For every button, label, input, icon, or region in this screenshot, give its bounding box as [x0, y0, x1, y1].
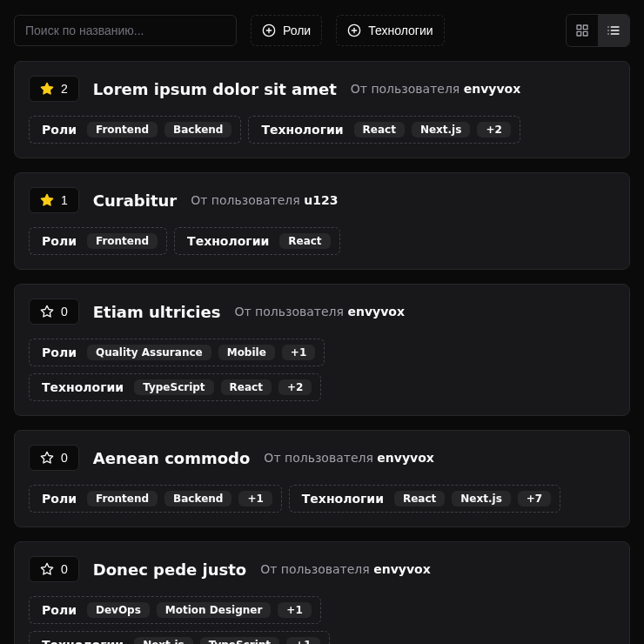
- tech-badge: React: [221, 379, 272, 395]
- tech-badge: Next.js: [452, 491, 510, 506]
- project-title: Etiam ultricies: [93, 303, 221, 321]
- author-text: От пользователя u123: [191, 193, 338, 207]
- star-icon: [40, 193, 54, 207]
- role-badge: Frontend: [87, 122, 158, 138]
- project-title: Curabitur: [93, 191, 177, 210]
- tech-badge: Next.js: [134, 637, 192, 644]
- grid-view-button[interactable]: [567, 15, 598, 46]
- tech-group: ТехнологииNext.jsTypeScript+1: [29, 631, 330, 644]
- author-name: envyvox: [464, 82, 521, 96]
- search-input[interactable]: [14, 15, 237, 46]
- svg-rect-3: [583, 25, 587, 30]
- svg-marker-13: [41, 194, 52, 205]
- star-icon: [40, 562, 54, 576]
- project-title: Lorem ipsum dolor sit amet: [93, 80, 337, 98]
- roles-label: Роли: [38, 234, 80, 248]
- star-icon: [40, 82, 54, 96]
- author-text: От пользователя envyvox: [234, 305, 404, 319]
- roles-label: Роли: [38, 492, 80, 506]
- author-text: От пользователя envyvox: [351, 82, 520, 96]
- tech-more-badge: +2: [477, 122, 510, 138]
- roles-group: РолиQuality AssuranceMobile+1: [29, 339, 325, 366]
- svg-marker-14: [41, 305, 52, 317]
- star-count: 0: [61, 305, 68, 319]
- role-badge: DevOps: [87, 602, 150, 618]
- filter-roles-label: Роли: [283, 23, 311, 37]
- svg-marker-12: [41, 83, 52, 94]
- star-button[interactable]: 0: [29, 299, 79, 325]
- list-icon: [607, 23, 621, 37]
- tech-badge: TypeScript: [200, 637, 279, 644]
- author-name: u123: [304, 193, 338, 207]
- roles-label: Роли: [38, 123, 80, 137]
- roles-group: РолиFrontend: [29, 227, 167, 255]
- author-name: envyvox: [347, 305, 405, 319]
- project-card[interactable]: 0Aenean commodoОт пользователя envyvoxРо…: [14, 430, 630, 527]
- tech-badge: React: [279, 233, 330, 249]
- roles-label: Роли: [38, 345, 80, 359]
- role-more-badge: +1: [238, 491, 272, 506]
- tech-group: ТехнологииReactNext.js+2: [248, 116, 520, 144]
- roles-group: РолиDevOpsMotion Designer+1: [29, 596, 321, 624]
- role-badge: Mobile: [218, 345, 275, 360]
- star-count: 2: [61, 82, 68, 96]
- star-icon: [40, 451, 54, 465]
- star-count: 1: [61, 193, 68, 207]
- plus-circle-icon: [347, 23, 361, 37]
- grid-icon: [575, 23, 589, 37]
- filter-tech-button[interactable]: Технологии: [336, 15, 444, 46]
- plus-circle-icon: [262, 23, 276, 37]
- author-text: От пользователя envyvox: [260, 562, 430, 576]
- role-badge: Quality Assurance: [87, 345, 211, 360]
- filter-tech-label: Технологии: [368, 23, 433, 37]
- view-toggle: [566, 14, 630, 47]
- star-button[interactable]: 1: [29, 187, 79, 213]
- tech-group: ТехнологииTypeScriptReact+2: [29, 373, 321, 401]
- tech-label: Технологии: [258, 123, 346, 137]
- author-text: От пользователя envyvox: [264, 451, 433, 465]
- svg-rect-5: [577, 31, 581, 36]
- star-button[interactable]: 0: [29, 556, 79, 582]
- project-card[interactable]: 2Lorem ipsum dolor sit ametОт пользовате…: [14, 61, 630, 158]
- star-count: 0: [61, 562, 68, 576]
- tech-label: Технологии: [299, 492, 387, 506]
- star-icon: [40, 305, 54, 319]
- tech-label: Технологии: [38, 638, 127, 644]
- project-card[interactable]: 0Etiam ultriciesОт пользователя envyvoxР…: [14, 284, 630, 416]
- tech-badge: React: [394, 491, 445, 506]
- role-badge: Backend: [164, 122, 231, 138]
- svg-marker-16: [41, 563, 52, 574]
- filter-roles-button[interactable]: Роли: [251, 15, 322, 46]
- tech-badge: React: [354, 122, 405, 138]
- tech-label: Технологии: [38, 380, 127, 394]
- project-title: Aenean commodo: [93, 449, 251, 467]
- list-view-button[interactable]: [598, 15, 629, 46]
- project-card[interactable]: 0Donec pede justoОт пользователя envyvox…: [14, 541, 630, 644]
- tech-badge: TypeScript: [134, 379, 213, 395]
- star-button[interactable]: 0: [29, 445, 79, 471]
- roles-group: РолиFrontendBackend+1: [29, 485, 282, 513]
- roles-label: Роли: [38, 603, 80, 617]
- tech-group: ТехнологииReactNext.js+7: [289, 485, 560, 513]
- author-name: envyvox: [377, 451, 434, 465]
- role-badge: Motion Designer: [157, 602, 272, 618]
- svg-marker-15: [41, 452, 52, 463]
- role-more-badge: +1: [278, 602, 311, 618]
- tech-badge: Next.js: [412, 122, 470, 138]
- role-badge: Backend: [164, 491, 231, 506]
- svg-rect-2: [577, 25, 581, 30]
- tech-more-badge: +1: [286, 637, 319, 644]
- project-card[interactable]: 1CurabiturОт пользователя u123РолиFronte…: [14, 172, 630, 270]
- svg-rect-4: [583, 31, 587, 36]
- author-name: envyvox: [373, 562, 431, 576]
- star-button[interactable]: 2: [29, 76, 79, 102]
- role-badge: Frontend: [87, 491, 158, 506]
- tech-group: ТехнологииReact: [174, 227, 340, 255]
- tech-more-badge: +7: [518, 491, 551, 506]
- tech-label: Технологии: [184, 234, 272, 248]
- tech-more-badge: +2: [278, 379, 312, 395]
- role-more-badge: +1: [282, 345, 315, 360]
- project-title: Donec pede justo: [93, 560, 246, 579]
- star-count: 0: [61, 451, 68, 465]
- roles-group: РолиFrontendBackend: [29, 116, 241, 144]
